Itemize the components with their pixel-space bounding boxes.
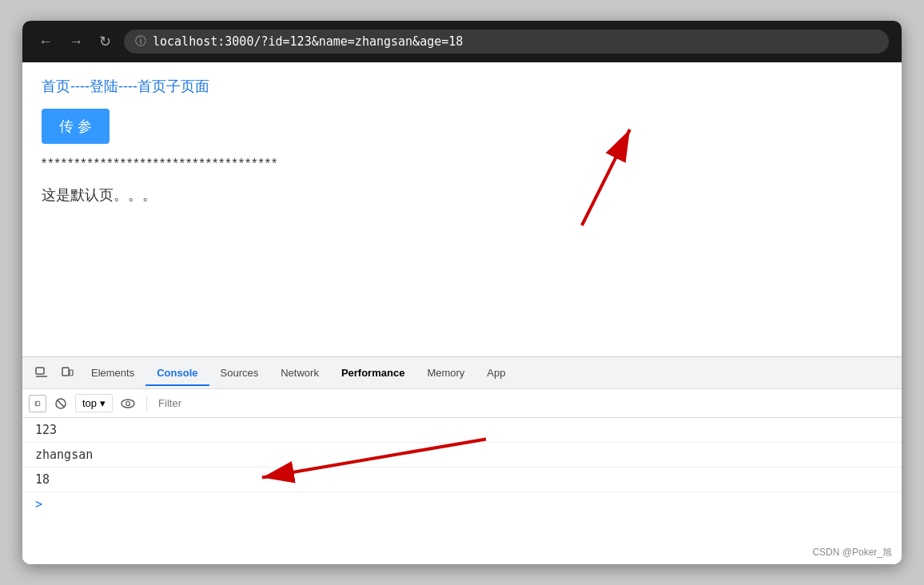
stars-line: ************************************ [42,157,882,171]
svg-rect-2 [36,368,44,374]
default-text: 这是默认页。。。 [42,185,882,205]
clear-console-button[interactable] [29,395,46,412]
context-dropdown[interactable]: top ▾ [75,394,113,412]
inspector-icon[interactable] [29,362,54,384]
context-label: top [82,397,97,409]
svg-rect-4 [62,368,69,376]
svg-line-9 [58,400,65,407]
devtools-tabs: Elements Console Sources Network Perform… [22,357,902,389]
dropdown-arrow-icon: ▾ [100,397,106,409]
block-icon[interactable] [50,394,72,413]
svg-line-1 [582,129,630,225]
watermark: CSDN @Poker_旭 [812,546,892,559]
tab-network[interactable]: Network [269,360,330,385]
toolbar-separator [146,396,147,412]
console-row: zhangsan [22,443,902,468]
address-bar-input-wrap[interactable]: ⓘ localhost:3000/?id=123&name=zhangsan&a… [124,30,889,54]
tab-application[interactable]: App [476,360,516,385]
chuancan-button[interactable]: 传 参 [42,109,110,144]
svg-marker-6 [35,401,39,405]
page-content: 首页----登陆----首页子页面 传 参 ******************… [22,62,902,356]
console-row: 18 [22,468,902,492]
arrows-overlay [22,62,902,356]
breadcrumb: 首页----登陆----首页子页面 [42,77,882,96]
filter-input[interactable] [153,396,895,411]
console-toolbar: top ▾ [22,389,902,418]
eye-icon[interactable] [116,396,140,412]
svg-rect-5 [70,370,73,376]
svg-point-10 [121,400,134,408]
forward-button[interactable]: → [66,30,86,54]
console-prompt[interactable]: > [22,492,902,516]
tab-performance[interactable]: Performance [330,360,416,385]
tab-elements[interactable]: Elements [80,360,145,385]
browser-window: ← → ↻ ⓘ localhost:3000/?id=123&name=zhan… [22,21,902,564]
address-text: localhost:3000/?id=123&name=zhangsan&age… [153,34,463,49]
back-button[interactable]: ← [35,30,56,54]
reload-button[interactable]: ↻ [96,30,114,54]
tab-console[interactable]: Console [145,360,209,385]
tab-memory[interactable]: Memory [416,360,476,385]
console-output: 123 zhangsan 18 > [22,418,902,564]
tab-sources[interactable]: Sources [209,360,270,385]
devtools-panel: Elements Console Sources Network Perform… [22,356,902,564]
info-icon: ⓘ [135,34,146,49]
device-icon[interactable] [54,362,80,384]
console-row: 123 [22,418,902,443]
address-bar: ← → ↻ ⓘ localhost:3000/?id=123&name=zhan… [22,21,902,62]
svg-point-11 [126,401,130,405]
